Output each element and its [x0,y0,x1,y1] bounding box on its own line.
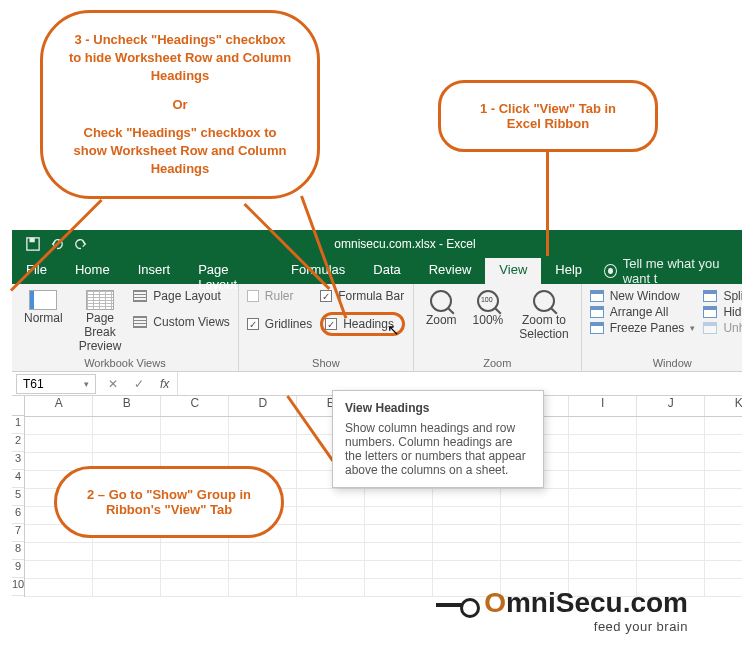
row-header[interactable]: 5 [12,488,24,506]
tab-data[interactable]: Data [359,258,414,284]
split-button[interactable]: Split [703,288,742,304]
magnifier-icon [533,290,555,312]
checkbox-icon [325,318,337,330]
label: Unhid [723,321,742,335]
group-label: Workbook Views [20,355,230,369]
label: Split [723,289,742,303]
label: Ruler [265,289,294,303]
cancel-icon[interactable]: ✕ [100,377,126,391]
logo-name: mniSecu.com [506,587,688,618]
column-header[interactable]: I [569,396,637,416]
arrange-all-button[interactable]: Arrange All [590,304,696,320]
tooltip-title: View Headings [345,401,531,415]
row-header[interactable]: 7 [12,524,24,542]
save-icon[interactable] [26,237,40,251]
row-header[interactable]: 9 [12,560,24,578]
callout-step-1: 1 - Click "View" Tab in Excel Ribbon [438,80,658,152]
checkbox-icon [247,318,259,330]
ruler-checkbox: Ruler [247,288,312,304]
headings-checkbox[interactable]: Headings ↖ [320,312,405,336]
label: Zoom [426,314,457,328]
label: Page Break Preview [79,312,122,353]
custom-views-button[interactable]: Custom Views [133,314,229,330]
callout-step-2: 2 – Go to "Show" Group in Ribbon's "View… [54,466,284,538]
group-window: New Window Arrange All Freeze Panes ▾ Sp… [582,284,742,371]
cursor-icon: ↖ [387,321,400,339]
tab-review[interactable]: Review [415,258,486,284]
page-break-icon [86,290,114,310]
title-bar: omnisecu.com.xlsx - Excel [12,230,742,258]
label: Zoom to Selection [519,314,568,342]
lightbulb-icon [604,264,617,278]
magnifier-icon: 100 [477,290,499,312]
row-header[interactable]: 2 [12,434,24,452]
label: Formula Bar [338,289,404,303]
callout-text: Or [67,96,293,114]
zoom-button[interactable]: Zoom [422,288,461,330]
tell-me-search[interactable]: Tell me what you want t [604,258,742,284]
headings-tooltip: View Headings Show column headings and r… [332,390,544,488]
row-header[interactable]: 1 [12,416,24,434]
tab-insert[interactable]: Insert [124,258,185,284]
tell-me-placeholder: Tell me what you want t [623,256,742,286]
gridlines-checkbox[interactable]: Gridlines [247,316,312,332]
column-header[interactable]: A [25,396,93,416]
name-box[interactable]: T61 ▾ [16,374,96,394]
label: Hide [723,305,742,319]
checkbox-icon [247,290,259,302]
new-window-button[interactable]: New Window [590,288,696,304]
label: Normal [24,312,63,326]
key-icon [436,596,480,614]
row-header[interactable]: 3 [12,452,24,470]
formula-bar-checkbox[interactable]: Formula Bar [320,288,405,304]
window-icon [703,306,717,318]
group-workbook-views: Normal Page Break Preview Page Layout Cu… [12,284,239,371]
window-icon [590,290,604,302]
tab-home[interactable]: Home [61,258,124,284]
hundred-percent-button[interactable]: 100 100% [469,288,508,330]
callout-text: 3 - Uncheck "Headings" checkbox to hide … [67,31,293,86]
callout-text: 2 – Go to "Show" Group in Ribbon's "View… [87,487,251,517]
unhide-button: Unhid [703,320,742,336]
label: Gridlines [265,317,312,331]
row-header[interactable]: 4 [12,470,24,488]
row-header[interactable]: 8 [12,542,24,560]
hide-button[interactable]: Hide [703,304,742,320]
chevron-down-icon: ▾ [690,323,695,333]
menu-bar: File Home Insert Page Layout Formulas Da… [12,258,742,284]
logo-o: O [484,587,506,618]
row-header[interactable]: 10 [12,578,24,596]
watermark-logo: OmniSecu.com feed your brain [436,587,688,634]
page-layout-button[interactable]: Page Layout [133,288,229,304]
column-header[interactable]: J [637,396,705,416]
callout-text: Check "Headings" checkbox to show Worksh… [67,124,293,179]
name-box-value: T61 [23,377,44,391]
freeze-panes-button[interactable]: Freeze Panes ▾ [590,320,696,336]
enter-icon[interactable]: ✓ [126,377,152,391]
window-icon [703,290,717,302]
logo-tagline: feed your brain [436,619,688,634]
window-icon [590,322,604,334]
normal-view-button[interactable]: Normal [20,288,67,328]
column-header[interactable]: C [161,396,229,416]
custom-views-icon [133,316,147,328]
group-label: Window [590,355,742,369]
chevron-down-icon: ▾ [84,379,89,389]
column-header[interactable]: K [705,396,742,416]
window-title: omnisecu.com.xlsx - Excel [88,237,742,251]
group-show: Ruler Gridlines Formula Bar Headings [239,284,414,371]
redo-icon[interactable] [74,237,88,251]
callout-step-3: 3 - Uncheck "Headings" checkbox to hide … [40,10,320,199]
column-header[interactable]: B [93,396,161,416]
row-headers[interactable]: 12345678910 [12,396,25,597]
page-break-preview-button[interactable]: Page Break Preview [75,288,126,355]
zoom-to-selection-button[interactable]: Zoom to Selection [515,288,572,344]
tab-page-layout[interactable]: Page Layout [184,258,277,284]
tab-view[interactable]: View [485,258,541,284]
tab-help[interactable]: Help [541,258,596,284]
checkbox-icon [320,290,332,302]
label: New Window [610,289,680,303]
group-label: Zoom [422,355,573,369]
row-header[interactable]: 6 [12,506,24,524]
fx-button[interactable]: fx [152,377,177,391]
